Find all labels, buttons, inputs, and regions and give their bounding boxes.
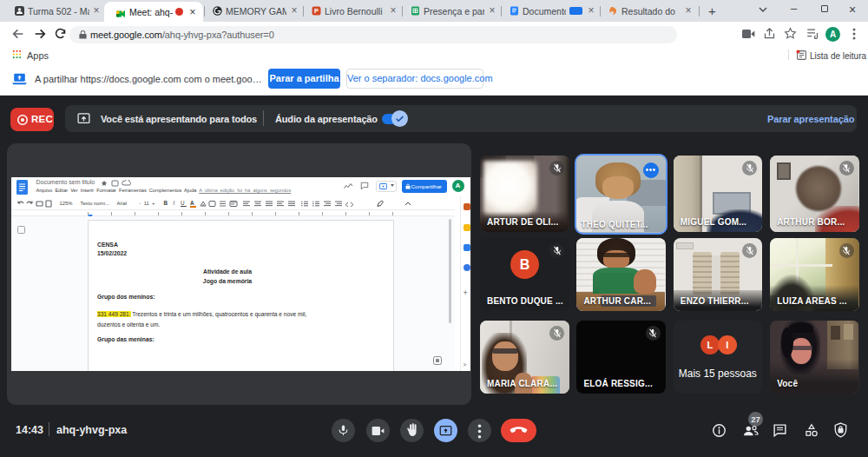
svg-text:P: P bbox=[314, 7, 319, 15]
